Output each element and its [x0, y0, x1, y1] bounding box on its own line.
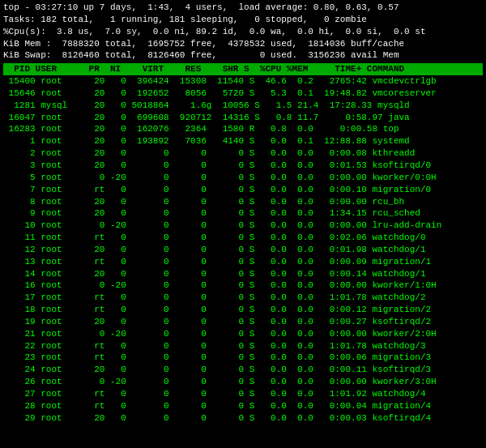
table-row: 29 root 20 0 0 0 0 S 0.0 0.0 0:00.03 kso… [3, 412, 483, 425]
terminal-window: top - 03:27:10 up 7 days, 1:43, 4 users,… [0, 0, 486, 426]
table-row: 17 root rt 0 0 0 0 S 0.0 0.0 1:01.78 wat… [3, 292, 483, 304]
table-row: 16 root 0 -20 0 0 0 S 0.0 0.0 0:00.00 kw… [3, 279, 483, 292]
table-row: 10 root 0 -20 0 0 0 S 0.0 0.0 0:00.00 lr… [3, 220, 483, 232]
table-header: PID USER PR NI VIRT RES SHR S %CPU %MEM … [3, 63, 483, 75]
table-row: 19 root 20 0 0 0 0 S 0.0 0.0 0:00.27 kso… [3, 316, 483, 328]
table-row: 16283 root 20 0 162076 2364 1580 R 0.8 0… [3, 123, 483, 135]
table-row: 26 root 0 -20 0 0 0 S 0.0 0.0 0:00.00 kw… [3, 376, 483, 388]
table-row: 28 root rt 0 0 0 0 S 0.0 0.0 0:00.04 mig… [3, 400, 483, 412]
table-row: 9 root 20 0 0 0 0 S 0.0 0.0 1:34.15 rcu_… [3, 207, 483, 220]
table-row: 15646 root 20 0 192652 8056 5720 S 5.3 0… [3, 87, 483, 100]
process-list: 15400 root 20 0 396424 15308 11540 S 46.… [3, 75, 483, 424]
table-row: 15400 root 20 0 396424 15308 11540 S 46.… [3, 75, 483, 87]
system-header: top - 03:27:10 up 7 days, 1:43, 4 users,… [3, 2, 483, 62]
table-row: 2 root 20 0 0 0 0 S 0.0 0.0 0:00.08 kthr… [3, 147, 483, 160]
table-row: 21 root 0 -20 0 0 0 S 0.0 0.0 0:00.00 kw… [3, 328, 483, 340]
table-row: 1281 mysql 20 0 5018864 1.6g 10056 S 1.5… [3, 100, 483, 112]
header-line: %Cpu(s): 3.8 us, 7.0 sy, 0.0 ni, 89.2 id… [3, 26, 483, 38]
table-row: 22 root rt 0 0 0 0 S 0.0 0.0 1:01.78 wat… [3, 340, 483, 352]
table-row: 16047 root 20 0 699608 920712 14316 S 0.… [3, 112, 483, 124]
table-row: 27 root rt 0 0 0 0 S 0.0 0.0 1:01.92 wat… [3, 388, 483, 400]
table-row: 13 root rt 0 0 0 0 S 0.0 0.0 0:00.09 mig… [3, 256, 483, 268]
table-row: 23 root rt 0 0 0 0 S 0.0 0.0 0:00.06 mig… [3, 352, 483, 364]
table-row: 12 root 20 0 0 0 0 S 0.0 0.0 0:01.98 wat… [3, 244, 483, 256]
table-row: 7 root rt 0 0 0 0 S 0.0 0.0 0:00.10 migr… [3, 184, 483, 196]
header-line: Tasks: 182 total, 1 running, 181 sleepin… [3, 14, 483, 26]
header-line: KiB Swap: 8126460 total, 8126460 free, 0… [3, 49, 483, 62]
header-line: KiB Mem : 7888320 total, 1695752 free, 4… [3, 38, 483, 50]
table-row: 11 root rt 0 0 0 0 S 0.0 0.0 0:02.06 wat… [3, 232, 483, 244]
header-line: top - 03:27:10 up 7 days, 1:43, 4 users,… [3, 2, 483, 14]
table-row: 1 root 20 0 193892 7036 4140 S 0.0 0.1 1… [3, 135, 483, 147]
table-row: 14 root 20 0 0 0 0 S 0.0 0.0 0:00.14 wat… [3, 268, 483, 280]
table-row: 5 root 0 -20 0 0 0 S 0.0 0.0 0:00.00 kwo… [3, 172, 483, 184]
table-row: 3 root 20 0 0 0 0 S 0.0 0.0 0:01.53 ksof… [3, 160, 483, 172]
table-row: 18 root rt 0 0 0 0 S 0.0 0.0 0:00.12 mig… [3, 304, 483, 316]
table-row: 24 root 20 0 0 0 0 S 0.0 0.0 0:00.11 kso… [3, 364, 483, 376]
table-row: 8 root 20 0 0 0 0 S 0.0 0.0 0:00.00 rcu_… [3, 196, 483, 208]
